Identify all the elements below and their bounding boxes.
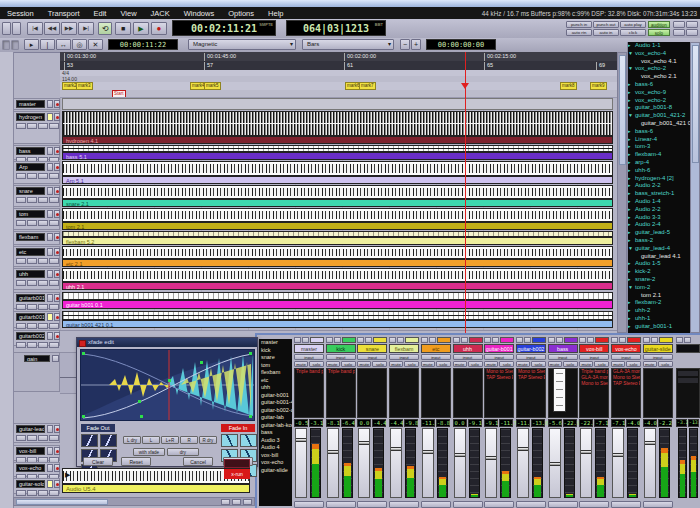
- playhead-cursor[interactable]: [465, 52, 466, 333]
- stop-button[interactable]: ■: [115, 22, 131, 35]
- record-enable-button[interactable]: [54, 163, 60, 171]
- strip-peak-display[interactable]: -3.1: [309, 419, 323, 427]
- strip-gain-fader[interactable]: [485, 428, 497, 498]
- strip-peak-display[interactable]: -4.0: [626, 419, 640, 427]
- track-pan-button[interactable]: [49, 197, 59, 203]
- tree-closed-icon[interactable]: ▸: [628, 206, 635, 214]
- toggle-click[interactable]: click: [620, 29, 646, 36]
- snap-to-combo[interactable]: Bars▾: [302, 39, 394, 50]
- strip-gain-display[interactable]: -11.3: [421, 419, 435, 427]
- strip-hide-button[interactable]: [326, 337, 333, 343]
- automation-name-button[interactable]: gain: [24, 355, 50, 362]
- strip-peak-display[interactable]: -13.6: [531, 419, 545, 427]
- track-solo-button[interactable]: [27, 197, 37, 203]
- strip-input-button[interactable]: input: [389, 354, 419, 360]
- aux-button[interactable]: [686, 29, 698, 36]
- strip-peak-display[interactable]: -4.4: [372, 419, 386, 427]
- strip-gain-display[interactable]: -4.4: [389, 419, 403, 427]
- audio-region-guitar-b001-421[interactable]: [62, 311, 613, 320]
- region-list-item[interactable]: ▸Audio 2-2: [628, 182, 691, 190]
- track-gain-button[interactable]: [38, 342, 48, 348]
- strip-input-button[interactable]: input: [421, 354, 451, 360]
- track-name-button[interactable]: vox-echo: [16, 464, 45, 472]
- strip-width-button[interactable]: [684, 337, 691, 343]
- strip-input-button[interactable]: input: [294, 354, 324, 360]
- location-marker[interactable]: mark9: [590, 82, 607, 90]
- track-edit-button[interactable]: [47, 447, 53, 455]
- track-header-guitarb001-4[interactable]: guitarb001-4: [13, 311, 60, 328]
- track-mute-button[interactable]: [16, 342, 26, 348]
- fader-handle[interactable]: [550, 462, 560, 466]
- region-list-item[interactable]: ▸arp-4: [628, 159, 691, 167]
- track-header-uhh[interactable]: uhh: [13, 268, 60, 290]
- strip-peak-display[interactable]: -9.1: [468, 419, 482, 427]
- menu-help[interactable]: Help: [261, 9, 290, 18]
- record-enable-button[interactable]: [54, 100, 60, 108]
- tree-closed-icon[interactable]: ▸: [628, 198, 635, 206]
- strip-group-chip[interactable]: [532, 337, 546, 343]
- strip-mute-button[interactable]: mute: [294, 361, 308, 367]
- region-list-item[interactable]: ▸tom-3: [628, 143, 691, 151]
- record-button[interactable]: ●: [151, 22, 167, 35]
- play-button[interactable]: ▶: [133, 22, 149, 35]
- strip-output-button[interactable]: [357, 501, 387, 508]
- tree-closed-icon[interactable]: ▸: [628, 159, 635, 167]
- strip-width-button[interactable]: [302, 337, 309, 343]
- xfade-mode-button[interactable]: with xfade: [133, 448, 165, 456]
- menu-jack[interactable]: JACK: [144, 9, 177, 18]
- processor-entry[interactable]: TAP Stereo Ech: [485, 375, 513, 381]
- editor-vscrollbar-thumb[interactable]: [619, 55, 626, 165]
- strip-group-chip[interactable]: [500, 337, 514, 343]
- region-list-item[interactable]: ▸hydrogen-4 [2]: [628, 175, 691, 183]
- track-header-vox-bill[interactable]: vox-bill: [13, 445, 60, 461]
- audition-ldry-button[interactable]: L dry: [123, 436, 141, 444]
- aux-button[interactable]: [673, 21, 685, 28]
- strip-group-chip[interactable]: [564, 337, 578, 343]
- region-list-item[interactable]: ▸Audio 1-1: [628, 42, 691, 50]
- region-list-item[interactable]: ▸bass_stretch-1: [628, 190, 691, 198]
- track-header-guitar-solo[interactable]: guitar-solo: [13, 478, 60, 494]
- track-mute-button[interactable]: [16, 304, 26, 310]
- region-list-item[interactable]: vox_echo 4.1: [628, 58, 691, 66]
- processor-entry[interactable]: Triple band par: [295, 369, 323, 375]
- fade-in-preset-button[interactable]: [240, 434, 257, 447]
- strip-output-button[interactable]: [421, 501, 451, 508]
- strip-gain-display[interactable]: -11.7: [516, 419, 530, 427]
- fade-out-preset-button[interactable]: [81, 434, 98, 447]
- tree-closed-icon[interactable]: ▸: [628, 315, 635, 323]
- track-lane-hydrogen[interactable]: hydrogen 4.1: [60, 111, 617, 147]
- track-name-button[interactable]: tom: [16, 210, 45, 218]
- region-list-item[interactable]: ▸vox_echo-9: [628, 89, 691, 97]
- aux-button[interactable]: [686, 21, 698, 28]
- strip-group-chip[interactable]: [405, 337, 419, 343]
- track-mute-button[interactable]: [16, 280, 26, 286]
- strip-hide-button[interactable]: [548, 337, 555, 343]
- track-solo-button[interactable]: [27, 304, 37, 310]
- tree-closed-icon[interactable]: ▸: [628, 167, 635, 175]
- region-list-item[interactable]: ▸Audio 3-3: [628, 214, 691, 222]
- mixer-list-item[interactable]: bass: [259, 429, 292, 437]
- region-name-flexbam[interactable]: flexbam 5.2: [62, 237, 613, 245]
- region-name-guitar-b001[interactable]: guitar b001 0.1: [62, 300, 613, 309]
- record-enable-button[interactable]: [54, 187, 60, 195]
- track-name-button[interactable]: guitarb002: [16, 332, 45, 340]
- strip-gain-fader[interactable]: [517, 428, 529, 498]
- region-list-item[interactable]: ▼vox_echo-2: [628, 65, 691, 73]
- tree-closed-icon[interactable]: ▸: [628, 175, 635, 183]
- strip-group-chip[interactable]: [310, 337, 324, 343]
- mixer-list-item[interactable]: flexbam: [259, 369, 292, 377]
- playhead-marker-icon[interactable]: [461, 83, 469, 89]
- track-edit-button[interactable]: [47, 248, 53, 256]
- strip-mute-button[interactable]: mute: [579, 361, 593, 367]
- strip-name-button[interactable]: guitar-b001: [484, 344, 514, 353]
- strip-solo-button[interactable]: solo: [404, 361, 419, 367]
- strip-processor-box[interactable]: [643, 368, 673, 418]
- track-solo-button[interactable]: [27, 323, 37, 329]
- strip-name-button[interactable]: guitar-b002: [516, 344, 546, 353]
- strip-solo-button[interactable]: solo: [309, 361, 324, 367]
- track-edit-button[interactable]: [47, 113, 53, 121]
- strip-gain-fader[interactable]: [612, 428, 624, 498]
- strip-hide-button[interactable]: [611, 337, 618, 343]
- mini-fader-popup[interactable]: [553, 368, 566, 412]
- zoom-in-button[interactable]: +: [411, 39, 421, 50]
